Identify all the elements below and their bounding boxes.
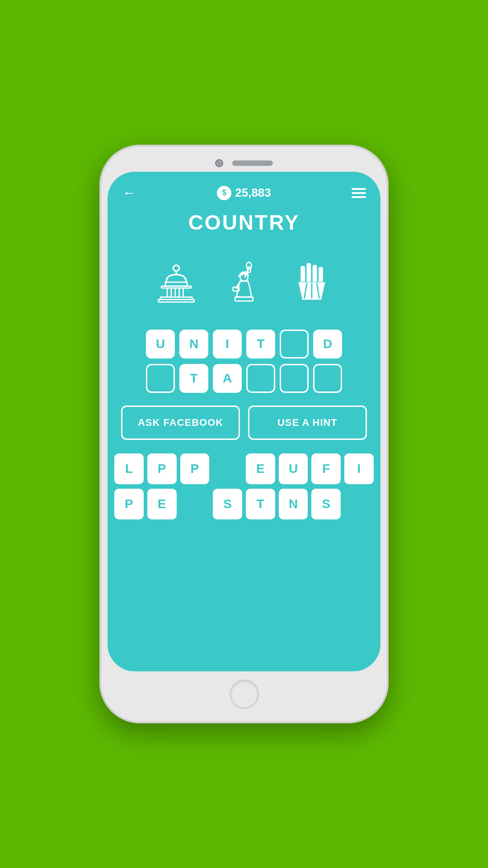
tile-2-3[interactable]: A xyxy=(213,364,242,393)
camera xyxy=(215,159,223,167)
key-spacer-3 xyxy=(344,489,374,519)
key-I[interactable]: I xyxy=(344,453,374,484)
svg-rect-19 xyxy=(307,263,311,282)
capitol-building-icon xyxy=(151,257,201,307)
svg-rect-21 xyxy=(319,267,323,282)
keyboard-row-2: P E S T N S xyxy=(114,489,374,519)
tile-1-2[interactable]: N xyxy=(179,330,208,359)
key-P1[interactable]: P xyxy=(147,453,177,484)
tile-2-1[interactable] xyxy=(146,364,175,393)
ask-facebook-button[interactable]: ASK FACEBOOK xyxy=(121,406,240,440)
home-button[interactable] xyxy=(230,679,259,709)
key-P3[interactable]: P xyxy=(114,489,144,519)
tile-1-4[interactable]: T xyxy=(246,330,275,359)
svg-rect-17 xyxy=(235,297,253,301)
answer-section: U N I T D T A xyxy=(146,330,342,393)
french-fries-icon xyxy=(287,257,337,307)
keyboard-row-1: L P P E U F I xyxy=(114,453,374,484)
menu-button[interactable] xyxy=(352,188,366,198)
back-button[interactable]: ← xyxy=(122,184,136,201)
screen: ← $ 25,883 COUNTRY xyxy=(108,172,380,671)
key-T[interactable]: T xyxy=(246,489,275,519)
tile-2-6[interactable] xyxy=(313,364,342,393)
menu-line-1 xyxy=(352,188,366,190)
key-S1[interactable]: S xyxy=(213,489,242,519)
svg-point-0 xyxy=(173,265,179,271)
keyboard-section: L P P E U F I P E S T N S xyxy=(114,453,374,519)
coins-value: 25,883 xyxy=(235,186,271,200)
phone-top-bar xyxy=(108,153,380,172)
key-N[interactable]: N xyxy=(279,489,308,519)
tile-2-2[interactable]: T xyxy=(179,364,208,393)
menu-line-2 xyxy=(352,192,366,194)
svg-rect-10 xyxy=(158,300,194,302)
answer-row-1: U N I T D xyxy=(146,330,342,359)
tile-1-6[interactable]: D xyxy=(313,330,342,359)
key-F[interactable]: F xyxy=(311,453,341,484)
key-E2[interactable]: E xyxy=(147,489,177,519)
phone-bottom xyxy=(108,671,380,715)
svg-rect-3 xyxy=(161,286,191,288)
svg-rect-18 xyxy=(301,266,305,282)
header: ← $ 25,883 xyxy=(108,172,380,206)
coin-icon: $ xyxy=(217,186,231,200)
category-title: COUNTRY xyxy=(188,210,300,235)
clues-row xyxy=(151,257,337,307)
speaker xyxy=(232,160,273,166)
tile-1-1[interactable]: U xyxy=(146,330,175,359)
menu-line-3 xyxy=(352,196,366,198)
key-U1[interactable]: U xyxy=(279,453,308,484)
statue-of-liberty-icon xyxy=(219,257,269,307)
key-L[interactable]: L xyxy=(114,453,144,484)
key-spacer-1 xyxy=(213,453,242,484)
key-P2[interactable]: P xyxy=(180,453,210,484)
phone-frame: ← $ 25,883 COUNTRY xyxy=(99,145,389,723)
tile-2-5[interactable] xyxy=(280,364,309,393)
tile-1-5[interactable] xyxy=(280,330,309,359)
coins-display: $ 25,883 xyxy=(217,186,271,200)
key-spacer-2 xyxy=(180,489,210,519)
tile-1-3[interactable]: I xyxy=(213,330,242,359)
answer-row-2: T A xyxy=(146,364,342,393)
key-E1[interactable]: E xyxy=(246,453,275,484)
use-hint-button[interactable]: USE A HINT xyxy=(248,406,367,440)
action-buttons: ASK FACEBOOK USE A HINT xyxy=(121,406,367,440)
svg-rect-20 xyxy=(313,265,317,282)
tile-2-4[interactable] xyxy=(246,364,275,393)
key-S2[interactable]: S xyxy=(311,489,341,519)
